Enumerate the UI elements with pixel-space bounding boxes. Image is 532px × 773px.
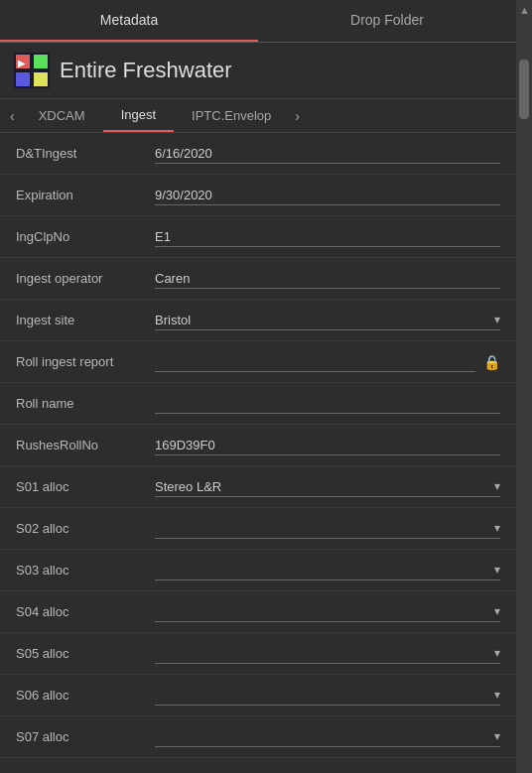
field-s01-alloc: S01 alloc Stereo L&R ▾ xyxy=(0,466,516,508)
dropdown-s04-alloc[interactable]: ▾ xyxy=(155,602,500,622)
select-s02-alloc[interactable] xyxy=(155,519,500,538)
top-tabs: Metadata Drop Folder xyxy=(0,0,516,43)
svg-rect-3 xyxy=(16,72,30,86)
value-roll-name[interactable] xyxy=(155,394,500,414)
label-s03-alloc: S03 alloc xyxy=(16,563,155,578)
select-ingest-site[interactable]: Bristol xyxy=(155,311,500,329)
tab-metadata[interactable]: Metadata xyxy=(0,0,258,42)
field-ingest-operator: Ingest operator xyxy=(0,258,516,300)
label-ingclpno: IngClpNo xyxy=(16,229,155,244)
field-s03-alloc: S03 alloc ▾ xyxy=(0,550,516,591)
value-s05-alloc[interactable]: ▾ xyxy=(155,644,500,664)
field-roll-ingest-report: Roll ingest report 🔒 xyxy=(0,341,516,383)
field-s07-alloc: S07 alloc ▾ xyxy=(0,716,516,758)
scrollbar-thumb[interactable] xyxy=(519,60,529,119)
label-roll-name: Roll name xyxy=(16,396,155,411)
label-rushes-roll-no: RushesRollNo xyxy=(16,438,155,452)
dropdown-s06-alloc[interactable]: ▾ xyxy=(155,686,500,706)
header-icon: ▶ xyxy=(14,53,50,88)
dropdown-s07-alloc[interactable]: ▾ xyxy=(155,727,500,747)
label-roll-ingest-report: Roll ingest report xyxy=(16,354,155,369)
value-ingest-site[interactable]: Bristol ▾ xyxy=(155,311,500,330)
value-s03-alloc[interactable]: ▾ xyxy=(155,561,500,580)
dropdown-ingest-site[interactable]: Bristol ▾ xyxy=(155,311,500,330)
select-s03-alloc[interactable] xyxy=(155,561,500,580)
field-rushes-roll-no: RushesRollNo xyxy=(0,425,516,466)
field-dtingest: D&TIngest xyxy=(0,133,516,175)
input-ingclpno[interactable] xyxy=(155,227,500,247)
field-s05-alloc: S05 alloc ▾ xyxy=(0,633,516,675)
label-expiration: Expiration xyxy=(16,188,155,202)
header-title: Entire Freshwater xyxy=(60,58,232,83)
value-s04-alloc[interactable]: ▾ xyxy=(155,602,500,622)
select-s06-alloc[interactable] xyxy=(155,686,500,705)
value-s07-alloc[interactable]: ▾ xyxy=(155,727,500,747)
label-s01-alloc: S01 alloc xyxy=(16,479,155,494)
label-s04-alloc: S04 alloc xyxy=(16,604,155,619)
input-expiration[interactable] xyxy=(155,186,500,205)
value-s02-alloc[interactable]: ▾ xyxy=(155,519,500,539)
field-ingest-site: Ingest site Bristol ▾ xyxy=(0,300,516,341)
field-roll-name: Roll name xyxy=(0,383,516,425)
label-s02-alloc: S02 alloc xyxy=(16,521,155,536)
select-s01-alloc[interactable]: Stereo L&R xyxy=(155,477,500,496)
subtab-iptc[interactable]: IPTC.Envelop xyxy=(174,100,289,131)
select-s04-alloc[interactable] xyxy=(155,602,500,621)
dropdown-s03-alloc[interactable]: ▾ xyxy=(155,561,500,580)
label-s06-alloc: S06 alloc xyxy=(16,688,155,703)
dropdown-s05-alloc[interactable]: ▾ xyxy=(155,644,500,664)
value-expiration[interactable] xyxy=(155,186,500,205)
select-s05-alloc[interactable] xyxy=(155,644,500,663)
field-expiration: Expiration xyxy=(0,175,516,216)
label-ingest-site: Ingest site xyxy=(16,313,155,327)
label-ingest-operator: Ingest operator xyxy=(16,271,155,286)
input-roll-name[interactable] xyxy=(155,394,500,414)
svg-rect-4 xyxy=(34,72,48,86)
subtab-ingest[interactable]: Ingest xyxy=(103,99,174,132)
field-ingclpno: IngClpNo xyxy=(0,216,516,258)
field-s04-alloc: S04 alloc ▾ xyxy=(0,591,516,633)
scroll-up-icon[interactable]: ▲ xyxy=(519,4,530,16)
scrollbar[interactable]: ▲ xyxy=(516,0,532,773)
tab-drop-folder[interactable]: Drop Folder xyxy=(258,0,516,42)
label-dtingest: D&TIngest xyxy=(16,146,155,161)
value-ingclpno[interactable] xyxy=(155,227,500,247)
field-s02-alloc: S02 alloc ▾ xyxy=(0,508,516,550)
svg-text:▶: ▶ xyxy=(18,58,26,68)
header: ▶ Entire Freshwater xyxy=(0,43,516,99)
value-roll-ingest-report[interactable]: 🔒 xyxy=(155,352,500,372)
label-s07-alloc: S07 alloc xyxy=(16,729,155,744)
field-s06-alloc: S06 alloc ▾ xyxy=(0,675,516,716)
value-s01-alloc[interactable]: Stereo L&R ▾ xyxy=(155,477,500,497)
label-s05-alloc: S05 alloc xyxy=(16,646,155,661)
input-ingest-operator[interactable] xyxy=(155,269,500,289)
value-dtingest[interactable] xyxy=(155,144,500,164)
value-s06-alloc[interactable]: ▾ xyxy=(155,686,500,706)
input-roll-ingest-report[interactable] xyxy=(155,352,475,372)
sub-tabs-next[interactable]: › xyxy=(289,100,306,132)
value-ingest-operator[interactable] xyxy=(155,269,500,289)
dropdown-s01-alloc[interactable]: Stereo L&R ▾ xyxy=(155,477,500,497)
sub-tabs: ‹ XDCAM Ingest IPTC.Envelop › xyxy=(0,99,516,133)
dropdown-s02-alloc[interactable]: ▾ xyxy=(155,519,500,539)
subtab-xdcam[interactable]: XDCAM xyxy=(21,100,103,131)
value-rushes-roll-no[interactable] xyxy=(155,436,500,455)
input-rushes-roll-no[interactable] xyxy=(155,436,500,455)
select-s07-alloc[interactable] xyxy=(155,727,500,746)
lock-icon: 🔒 xyxy=(483,354,500,370)
input-dtingest[interactable] xyxy=(155,144,500,164)
sub-tabs-prev[interactable]: ‹ xyxy=(4,100,21,132)
svg-rect-2 xyxy=(34,55,48,68)
content-area: D&TIngest Expiration IngClpNo xyxy=(0,133,516,765)
